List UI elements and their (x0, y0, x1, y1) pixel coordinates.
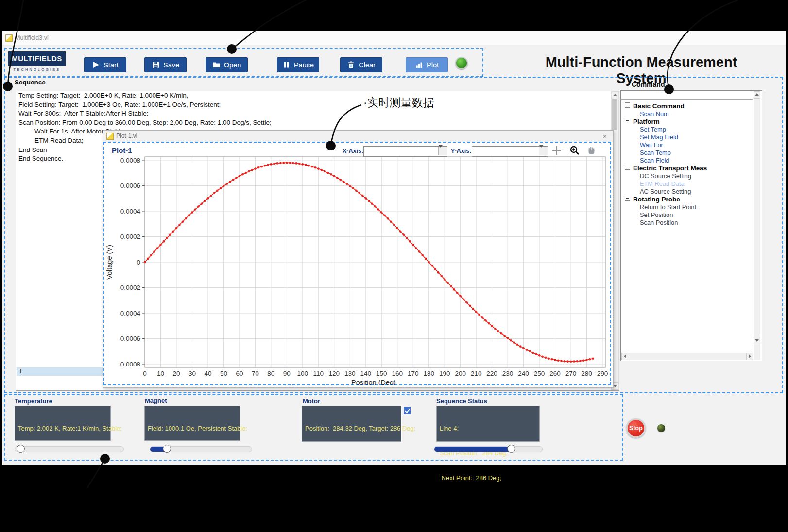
collapse-icon[interactable] (625, 102, 630, 108)
tree-item[interactable]: Set Temp (624, 126, 751, 133)
tree-group-header[interactable]: Platform (624, 118, 751, 126)
plot-window-titlebar[interactable]: Plot-1.vi × (103, 131, 613, 142)
tree-item[interactable]: ETM Read Data (624, 180, 751, 188)
magnet-slider[interactable] (150, 446, 252, 452)
svg-text:230: 230 (502, 370, 514, 377)
logo-wordmark: MULTIFIELDS (8, 51, 66, 66)
svg-text:0.0006: 0.0006 (120, 182, 140, 189)
clear-button[interactable]: Clear (340, 57, 382, 72)
sequence-line[interactable]: Wait For 300s; After T Stable;After H St… (16, 109, 619, 118)
open-button[interactable]: Open (206, 57, 248, 72)
tree-item[interactable]: Set Mag Field (624, 133, 751, 141)
sequence-status-line: Line 4: (440, 424, 536, 432)
pan-hand-icon[interactable] (587, 146, 597, 155)
chevron-down-icon[interactable] (539, 147, 548, 155)
divider (621, 99, 753, 100)
command-vertical-scrollbar[interactable] (754, 91, 760, 360)
start-button[interactable]: Start (84, 57, 126, 72)
sequence-line[interactable]: Temp Setting: Target: 2.000E+0 K, Rate: … (16, 91, 619, 100)
plot-button[interactable]: Plot (406, 57, 448, 72)
screenshot-root: Multifield3.vi MULTIFIELDS TECHNOLOGIES … (0, 0, 788, 532)
collapse-icon[interactable] (625, 165, 630, 170)
tree-item[interactable]: DC Source Setting (624, 172, 751, 180)
tree-group-header[interactable]: Electric Transport Meas (624, 165, 751, 172)
temperature-text: Temp: 2.002 K, Rate:1 K/min, Stable; (18, 424, 107, 432)
tree-item[interactable]: Scan Num (624, 110, 751, 118)
svg-text:20: 20 (172, 370, 180, 377)
button-label: Pause (294, 61, 314, 69)
tree-group-header[interactable]: Rotating Probe (624, 196, 751, 203)
sequence-status-led (657, 424, 665, 432)
logo-subtitle: TECHNOLOGIES (8, 67, 66, 72)
scroll-right-icon[interactable] (746, 353, 753, 360)
tree-group-header[interactable]: Basic Command (624, 102, 751, 110)
svg-text:-0.0004: -0.0004 (118, 310, 140, 317)
scroll-down-icon[interactable] (754, 337, 760, 344)
crosshair-icon[interactable] (552, 146, 562, 155)
chevron-down-icon[interactable] (438, 147, 447, 155)
slider-thumb[interactable] (507, 445, 515, 453)
vi-file-icon (106, 133, 114, 140)
button-label: Clear (359, 61, 376, 69)
command-tree: Basic CommandScan NumPlatformSet TempSet… (624, 102, 751, 227)
multifields-logo: MULTIFIELDS TECHNOLOGIES (8, 51, 66, 73)
svg-text:0: 0 (143, 370, 147, 377)
svg-text:10: 10 (157, 370, 164, 377)
scroll-left-icon[interactable] (621, 353, 628, 360)
sequence-progress-slider[interactable] (434, 446, 543, 452)
tree-item[interactable]: Set Position (624, 211, 751, 219)
sequence-status-label: Sequence Status (436, 398, 487, 405)
tree-item[interactable]: Scan Position (624, 219, 751, 227)
sequence-line[interactable]: Field Setting: Target: 1.000E+3 Oe, Rate… (16, 100, 619, 110)
command-horizontal-scrollbar[interactable] (621, 353, 753, 360)
svg-text:160: 160 (392, 370, 403, 377)
slider-thumb[interactable] (17, 445, 25, 453)
collapse-icon[interactable] (625, 118, 630, 123)
svg-text:0.0008: 0.0008 (120, 157, 140, 164)
svg-text:-0.0008: -0.0008 (118, 361, 140, 368)
stop-button[interactable]: Stop (626, 418, 646, 438)
collapse-icon[interactable] (625, 196, 630, 201)
tree-item[interactable]: AC Source Setting (624, 188, 751, 196)
scroll-up-icon[interactable] (754, 91, 760, 99)
button-label: Open (224, 61, 241, 69)
scroll-up-icon[interactable] (612, 92, 618, 99)
tree-item[interactable]: Wait For (624, 141, 751, 149)
sequence-status-readout: Line 4: Scan Positon: 284 Deg, Next Poin… (436, 406, 540, 442)
sequence-status-line: Next Point: 286 Deg; (440, 474, 536, 482)
tree-item[interactable]: Return to Start Point (624, 203, 751, 211)
button-label: Start (103, 61, 119, 69)
svg-text:60: 60 (236, 370, 243, 377)
sequence-line[interactable]: Scan Position: From 0.00 Deg to 360.00 D… (16, 118, 619, 128)
button-label: Plot (427, 61, 439, 69)
slider-thumb[interactable] (163, 445, 171, 453)
trash-icon (347, 61, 355, 69)
scrollbar-thumb[interactable] (612, 99, 617, 130)
bar-chart-icon (415, 61, 423, 69)
svg-text:290: 290 (597, 370, 608, 377)
y-axis-dropdown[interactable]: Voltage (V) (472, 146, 548, 157)
svg-text:190: 190 (439, 370, 450, 377)
svg-text:80: 80 (267, 370, 274, 377)
save-button[interactable]: Save (144, 57, 187, 72)
zoom-in-icon[interactable] (570, 146, 580, 155)
tree-group-label: Electric Transport Meas (633, 165, 707, 172)
temperature-slider[interactable] (15, 446, 124, 452)
tree-item[interactable]: Scan Field (624, 157, 751, 165)
plot-window-body: Plot-1 X-Axis: Position (Deg) Y-Axis: Vo… (103, 142, 611, 385)
sequence-panel-label: Sequence (15, 79, 46, 86)
run-status-led (455, 57, 468, 69)
svg-text:-0.0002: -0.0002 (118, 284, 140, 291)
tree-item[interactable]: Scan Temp (624, 149, 751, 157)
svg-text:Voltage (V): Voltage (V) (105, 245, 113, 280)
y-axis-selector-label: Y-Axis: (451, 148, 471, 154)
close-icon[interactable]: × (600, 132, 609, 141)
motor-checkbox[interactable] (404, 407, 411, 414)
svg-text:220: 220 (486, 370, 497, 377)
xy-graph[interactable]: 0102030405060708090100110120130140150160… (105, 156, 610, 385)
x-axis-dropdown[interactable]: Position (Deg) (363, 146, 447, 157)
pause-button[interactable]: Pause (277, 57, 319, 72)
pause-icon (282, 61, 291, 69)
svg-text:-0.0006: -0.0006 (118, 335, 140, 342)
svg-text:150: 150 (376, 370, 387, 377)
